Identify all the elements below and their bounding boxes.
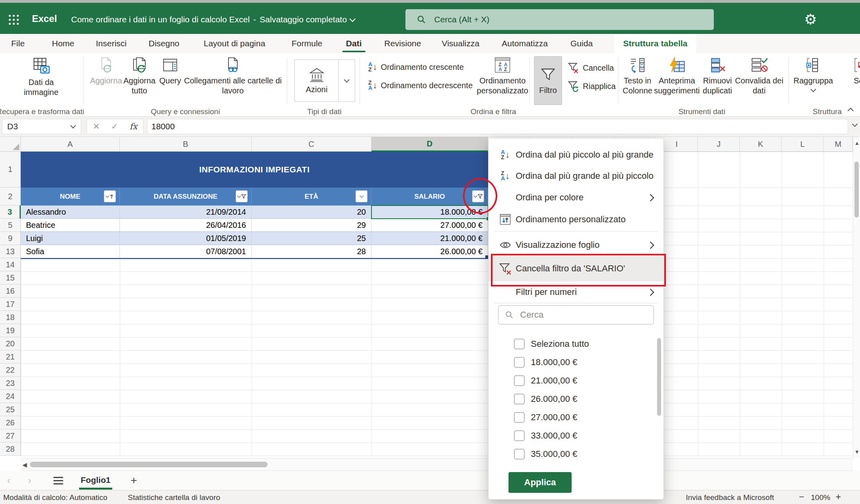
checkbox-icon[interactable] — [514, 431, 524, 441]
column-header-J[interactable]: J — [698, 137, 740, 152]
row-header-1[interactable]: 1 — [0, 152, 21, 188]
tab-visualizza[interactable]: Visualizza — [442, 34, 479, 53]
column-header-K[interactable]: K — [740, 137, 782, 152]
cell[interactable]: 29 — [252, 219, 371, 231]
cell[interactable]: 20 — [252, 206, 371, 218]
tab-disegno[interactable]: Disegno — [149, 34, 179, 53]
previous-sheet-arrow[interactable]: ‹ — [7, 475, 21, 486]
search-box[interactable]: Cerca (Alt + X) — [405, 9, 714, 30]
row-header-17[interactable]: 17 — [0, 298, 21, 311]
reapply-filter-button[interactable]: Riapplica — [567, 80, 616, 92]
zoom-in-button[interactable]: + — [836, 492, 841, 502]
vertical-scroll-thumb[interactable] — [854, 162, 859, 217]
formula-input[interactable] — [147, 119, 848, 134]
filter-value-item[interactable]: 33.000,00 € — [489, 427, 663, 445]
insert-function-button[interactable]: fx — [129, 122, 137, 131]
name-box[interactable]: D3 — [2, 119, 81, 134]
row-header-2[interactable]: 2 — [0, 188, 21, 206]
cell[interactable]: 21/09/2014 — [120, 206, 252, 218]
row-header-5[interactable]: 5 — [0, 219, 21, 232]
checkbox-icon[interactable] — [514, 412, 524, 423]
filter-search-input[interactable] — [519, 309, 641, 320]
cell[interactable]: 25 — [252, 232, 371, 245]
refresh-button-disabled[interactable]: Aggiorna — [87, 56, 125, 86]
cell[interactable]: 21.000,00 € — [371, 232, 488, 245]
row-header-18[interactable]: 18 — [0, 311, 21, 324]
tab-inserisci[interactable]: Inserisci — [96, 34, 127, 53]
tab-struttura-tabella[interactable]: Struttura tabella — [614, 34, 696, 53]
cell[interactable]: 01/05/2019 — [120, 232, 252, 245]
cell[interactable]: 07/08/2001 — [120, 245, 252, 258]
custom-sort-button[interactable]: ZA AZ Ordinamento personalizzato — [473, 56, 532, 96]
row-header-20[interactable]: 20 — [0, 337, 21, 350]
tab-file[interactable]: File — [11, 34, 25, 53]
filter-value-item[interactable]: 26.000,00 € — [489, 390, 663, 408]
menu-sort-largest-to-smallest[interactable]: ZA↓ Ordina dal più grande al più piccolo — [489, 166, 663, 186]
cell[interactable]: 26.000,00 € — [371, 245, 488, 258]
filter-value-item[interactable]: 35.000,00 € — [489, 445, 663, 463]
checkbox-icon[interactable] — [514, 357, 524, 368]
confirm-entry-button[interactable]: ✓ — [111, 122, 118, 131]
filter-value-item[interactable]: 18.000,00 € — [489, 353, 663, 372]
row-header-24[interactable]: 24 — [0, 390, 21, 403]
actions-main[interactable]: Azioni — [295, 60, 338, 101]
row-header-16[interactable]: 16 — [0, 285, 21, 298]
zoom-level[interactable]: 100% — [811, 493, 830, 502]
sort-ascending-button[interactable]: AZ↓ Ordinamento crescente — [368, 62, 464, 72]
filter-list-scroll-thumb[interactable] — [657, 338, 661, 416]
data-from-picture-button[interactable]: Dati da immagine — [17, 56, 65, 97]
horizontal-scroll-thumb[interactable] — [30, 462, 268, 467]
filter-value-item[interactable]: 21.000,00 € — [489, 372, 663, 390]
checkbox-icon[interactable] — [514, 339, 524, 349]
feedback-link[interactable]: Invia feedback a Microsoft — [686, 493, 774, 502]
row-header-21[interactable]: 21 — [0, 350, 21, 364]
filter-search-box[interactable] — [498, 305, 654, 324]
column-header-M[interactable]: M — [824, 137, 853, 152]
tab-formule[interactable]: Formule — [292, 34, 322, 53]
sort-descending-button[interactable]: ZA↓ Ordinamento decrescente — [368, 80, 473, 91]
calc-mode-status[interactable]: Modalità di calcolo: Automatico — [3, 493, 107, 502]
add-sheet-button[interactable]: + — [131, 474, 137, 487]
header-eta[interactable]: ETÀ — [252, 188, 371, 206]
row-header-26[interactable]: 26 — [0, 416, 21, 429]
refresh-all-button[interactable]: Aggiorna tutto — [120, 56, 159, 96]
row-header-23[interactable]: 23 — [0, 377, 21, 390]
tab-automatizza[interactable]: Automatizza — [502, 34, 548, 53]
checkbox-icon[interactable] — [514, 376, 524, 386]
row-header-27[interactable]: 27 — [0, 429, 21, 443]
actions-dropdown[interactable] — [338, 60, 355, 101]
eta-filter-button[interactable] — [356, 190, 367, 202]
tab-layout-di-pagina[interactable]: Layout di pagina — [204, 34, 265, 53]
cell[interactable]: 26/04/2016 — [120, 219, 252, 231]
ungroup-button[interactable]: Sep — [839, 56, 860, 86]
data-validation-button[interactable]: Convalida dei dati — [734, 56, 784, 96]
apply-button[interactable]: Applica — [508, 472, 572, 493]
remove-duplicates-button[interactable]: Rimuovi duplicati — [695, 56, 740, 96]
menu-custom-sort[interactable]: Ordinamento personalizzato — [489, 210, 663, 229]
column-header-L[interactable]: L — [782, 137, 824, 152]
select-all-corner[interactable] — [0, 137, 21, 152]
query-button[interactable]: Query — [155, 56, 185, 86]
filter-toggle-button[interactable]: Filtro — [534, 56, 562, 105]
horizontal-scrollbar[interactable]: ◀ — [21, 458, 853, 471]
row-header-15[interactable]: 15 — [0, 271, 21, 285]
menu-sort-smallest-to-largest[interactable]: AZ↓ Ordina dal più piccolo al più grande — [489, 145, 663, 165]
workbook-links-button[interactable]: Collegamenti alle cartelle di lavoro — [183, 56, 283, 96]
app-launcher-waffle-icon[interactable] — [9, 15, 19, 25]
cell[interactable]: 28 — [252, 245, 371, 258]
checkbox-icon[interactable] — [514, 394, 524, 404]
table-title-cell[interactable]: INFORMAZIONI IMPIEGATI — [21, 152, 488, 188]
expand-formula-bar-chevron[interactable] — [852, 121, 858, 127]
actions-split-button[interactable]: Azioni — [294, 59, 355, 102]
tab-dati[interactable]: Dati — [346, 34, 362, 53]
nome-filter-button[interactable] — [104, 190, 116, 202]
menu-sheet-view[interactable]: Visualizzazione foglio — [489, 235, 663, 255]
row-header-28[interactable]: 28 — [0, 443, 21, 456]
sheet-tab-foglio1[interactable]: Foglio1 — [81, 475, 111, 486]
column-header-D[interactable]: D — [371, 137, 488, 152]
group-button[interactable]: Raggruppa — [791, 56, 836, 91]
vertical-scrollbar[interactable]: ▲ ▼ — [853, 137, 860, 458]
tab-guida[interactable]: Guida — [570, 34, 593, 53]
scroll-left-arrow-icon[interactable]: ◀ — [22, 461, 27, 468]
gear-icon[interactable]: ⚙ — [804, 11, 817, 28]
